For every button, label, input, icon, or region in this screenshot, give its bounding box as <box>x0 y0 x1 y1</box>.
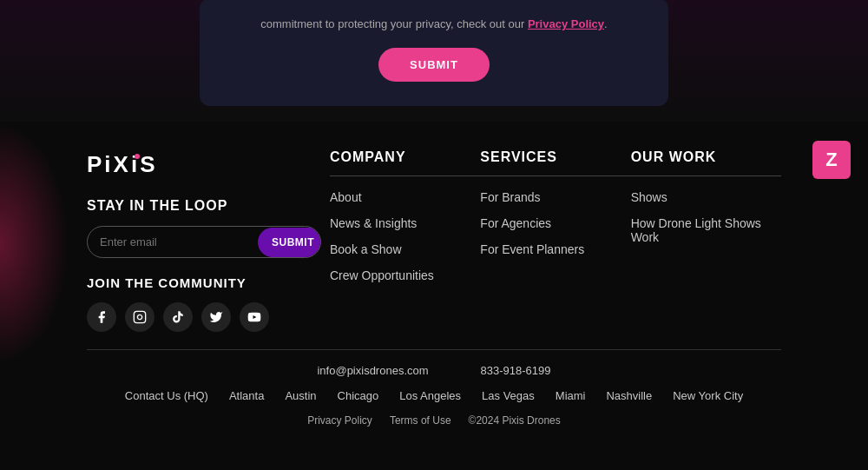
services-column: SERVICES For Brands For Agencies For Eve… <box>480 149 630 295</box>
terms-of-use-link[interactable]: Terms of Use <box>390 414 451 427</box>
email-row: SUBMIT <box>87 226 321 258</box>
location-hq[interactable]: Contact Us (HQ) <box>125 389 208 402</box>
location-chicago[interactable]: Chicago <box>338 389 379 402</box>
services-title: SERVICES <box>480 149 630 165</box>
pixis-logo: PiXiS <box>87 149 330 181</box>
contact-email: info@pixisdrones.com <box>317 364 428 377</box>
top-section: commitment to protecting your privacy, c… <box>0 0 868 122</box>
instagram-icon[interactable] <box>125 302 155 332</box>
our-work-divider <box>631 175 781 176</box>
facebook-icon[interactable] <box>87 302 116 332</box>
location-nashville[interactable]: Nashville <box>606 389 652 402</box>
location-la[interactable]: Los Angeles <box>399 389 461 402</box>
email-input[interactable] <box>88 227 258 257</box>
our-work-column: OUR WORK Shows How Drone Light Shows Wor… <box>631 149 781 295</box>
services-divider <box>480 175 630 176</box>
form-card: commitment to protecting your privacy, c… <box>200 0 668 106</box>
footer-divider <box>87 349 781 350</box>
footer-main: PiXiS STAY IN THE LOOP SUBMIT JOIN THE C… <box>0 122 868 332</box>
location-austin[interactable]: Austin <box>285 389 316 402</box>
email-submit-button[interactable]: SUBMIT <box>258 228 321 257</box>
location-miami[interactable]: Miami <box>556 389 586 402</box>
svg-point-1 <box>135 154 140 159</box>
footer-bottom: info@pixisdrones.com 833-918-6199 Contac… <box>0 364 868 427</box>
svg-rect-2 <box>134 311 145 322</box>
company-book-link[interactable]: Book a Show <box>330 242 480 256</box>
services-brands-link[interactable]: For Brands <box>480 190 630 204</box>
services-agencies-link[interactable]: For Agencies <box>480 216 630 230</box>
z-button[interactable]: Z <box>812 141 851 179</box>
legal-row: Privacy Policy Terms of Use ©2024 Pixis … <box>87 414 781 427</box>
company-divider <box>330 175 480 176</box>
company-news-link[interactable]: News & Insights <box>330 216 480 230</box>
location-atlanta[interactable]: Atlanta <box>229 389 264 402</box>
social-icons-row <box>87 302 330 332</box>
services-planners-link[interactable]: For Event Planners <box>480 242 630 256</box>
brand-column: PiXiS STAY IN THE LOOP SUBMIT JOIN THE C… <box>87 149 330 332</box>
company-column: COMPANY About News & Insights Book a Sho… <box>330 149 480 295</box>
company-crew-link[interactable]: Crew Opportunities <box>330 268 480 282</box>
locations-row: Contact Us (HQ) Atlanta Austin Chicago L… <box>87 389 781 402</box>
submit-button[interactable]: SUBMIT <box>378 48 490 82</box>
our-work-title: OUR WORK <box>631 149 781 165</box>
our-work-shows-link[interactable]: Shows <box>631 190 781 204</box>
stay-heading: STAY IN THE LOOP <box>87 198 330 214</box>
privacy-policy-link[interactable]: Privacy Policy <box>528 17 604 30</box>
copyright-text: ©2024 Pixis Drones <box>469 414 561 427</box>
contact-phone: 833-918-6199 <box>481 364 551 377</box>
our-work-drone-link[interactable]: How Drone Light Shows Work <box>631 216 781 244</box>
tiktok-icon[interactable] <box>163 302 193 332</box>
company-about-link[interactable]: About <box>330 190 480 204</box>
logo-svg: PiXiS <box>87 149 191 177</box>
twitter-icon[interactable] <box>201 302 231 332</box>
contact-row: info@pixisdrones.com 833-918-6199 <box>87 364 781 377</box>
privacy-text: commitment to protecting your privacy, c… <box>234 16 634 33</box>
nav-columns: COMPANY About News & Insights Book a Sho… <box>330 149 781 295</box>
privacy-policy-footer-link[interactable]: Privacy Policy <box>307 414 372 427</box>
join-heading: JOIN THE COMMUNITY <box>87 275 330 290</box>
youtube-icon[interactable] <box>240 302 269 332</box>
company-title: COMPANY <box>330 149 480 165</box>
privacy-prefix: commitment to protecting your privacy, c… <box>260 17 524 30</box>
location-nyc[interactable]: New York City <box>673 389 743 402</box>
location-lasvegas[interactable]: Las Vegas <box>482 389 535 402</box>
svg-text:PiXiS: PiXiS <box>87 151 157 177</box>
